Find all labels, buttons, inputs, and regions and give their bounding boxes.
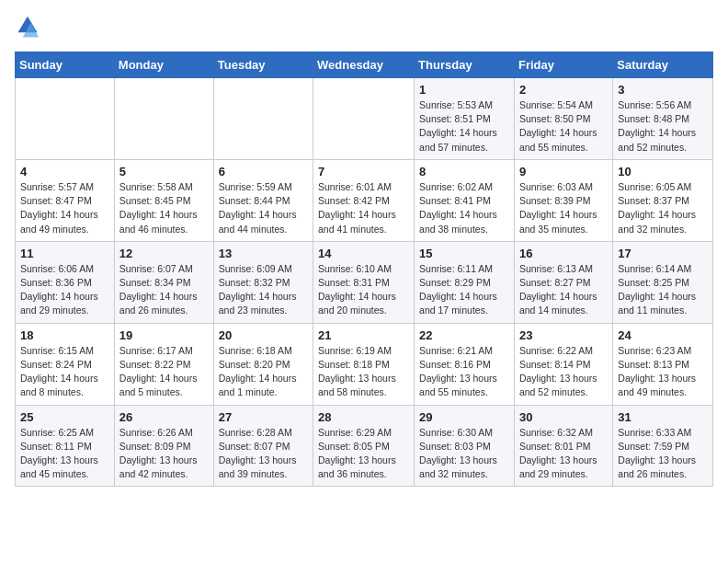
weekday-header-monday: Monday — [114, 52, 213, 78]
day-number: 13 — [219, 247, 308, 260]
day-info: Sunrise: 6:11 AM Sunset: 8:29 PM Dayligh… — [419, 262, 509, 318]
day-info: Sunrise: 6:13 AM Sunset: 8:27 PM Dayligh… — [519, 262, 608, 318]
day-info: Sunrise: 6:30 AM Sunset: 8:03 PM Dayligh… — [419, 426, 509, 482]
day-info: Sunrise: 5:54 AM Sunset: 8:50 PM Dayligh… — [519, 98, 608, 155]
calendar-cell: 13Sunrise: 6:09 AM Sunset: 8:32 PM Dayli… — [213, 241, 313, 323]
calendar-cell: 21Sunrise: 6:19 AM Sunset: 8:18 PM Dayli… — [313, 323, 415, 405]
day-number: 17 — [618, 247, 708, 260]
day-number: 28 — [318, 410, 409, 424]
calendar-cell — [313, 78, 415, 160]
calendar-week-1: 1Sunrise: 5:53 AM Sunset: 8:51 PM Daylig… — [16, 78, 713, 160]
calendar-cell: 12Sunrise: 6:07 AM Sunset: 8:34 PM Dayli… — [114, 241, 213, 323]
day-number: 24 — [618, 328, 708, 342]
calendar-cell: 16Sunrise: 6:13 AM Sunset: 8:27 PM Dayli… — [514, 241, 612, 323]
day-info: Sunrise: 6:23 AM Sunset: 8:13 PM Dayligh… — [618, 344, 708, 400]
calendar-cell: 9Sunrise: 6:03 AM Sunset: 8:39 PM Daylig… — [514, 159, 612, 241]
day-number: 4 — [20, 165, 109, 178]
day-number: 3 — [618, 83, 708, 97]
day-info: Sunrise: 6:14 AM Sunset: 8:25 PM Dayligh… — [618, 262, 708, 318]
calendar-cell: 29Sunrise: 6:30 AM Sunset: 8:03 PM Dayli… — [415, 405, 515, 487]
calendar-header: SundayMondayTuesdayWednesdayThursdayFrid… — [16, 52, 713, 78]
day-info: Sunrise: 6:25 AM Sunset: 8:11 PM Dayligh… — [20, 426, 109, 482]
day-info: Sunrise: 5:56 AM Sunset: 8:48 PM Dayligh… — [618, 98, 708, 155]
logo — [15, 15, 44, 40]
calendar-cell: 15Sunrise: 6:11 AM Sunset: 8:29 PM Dayli… — [415, 241, 515, 323]
calendar-week-4: 18Sunrise: 6:15 AM Sunset: 8:24 PM Dayli… — [16, 323, 713, 405]
day-number: 21 — [318, 328, 409, 342]
day-info: Sunrise: 6:01 AM Sunset: 8:42 PM Dayligh… — [318, 180, 409, 236]
day-number: 15 — [419, 247, 509, 260]
calendar-cell: 24Sunrise: 6:23 AM Sunset: 8:13 PM Dayli… — [613, 323, 713, 405]
day-number: 14 — [318, 247, 409, 260]
calendar-cell: 18Sunrise: 6:15 AM Sunset: 8:24 PM Dayli… — [16, 323, 115, 405]
weekday-header-thursday: Thursday — [415, 52, 515, 78]
day-info: Sunrise: 6:19 AM Sunset: 8:18 PM Dayligh… — [318, 344, 409, 400]
calendar-cell — [16, 78, 115, 160]
day-number: 20 — [219, 328, 308, 342]
day-number: 5 — [119, 165, 209, 178]
weekday-header-wednesday: Wednesday — [313, 52, 415, 78]
calendar-cell: 10Sunrise: 6:05 AM Sunset: 8:37 PM Dayli… — [613, 159, 713, 241]
weekday-header-saturday: Saturday — [613, 52, 713, 78]
calendar-cell: 17Sunrise: 6:14 AM Sunset: 8:25 PM Dayli… — [613, 241, 713, 323]
day-info: Sunrise: 6:26 AM Sunset: 8:09 PM Dayligh… — [119, 426, 209, 482]
day-number: 30 — [519, 410, 608, 424]
page-header — [15, 15, 713, 40]
day-info: Sunrise: 5:58 AM Sunset: 8:45 PM Dayligh… — [119, 180, 209, 236]
calendar-cell: 2Sunrise: 5:54 AM Sunset: 8:50 PM Daylig… — [514, 78, 612, 160]
day-number: 18 — [20, 328, 109, 342]
logo-icon — [15, 15, 40, 40]
day-number: 29 — [419, 410, 509, 424]
day-info: Sunrise: 6:07 AM Sunset: 8:34 PM Dayligh… — [119, 262, 209, 318]
day-number: 22 — [419, 328, 509, 342]
weekday-header-tuesday: Tuesday — [213, 52, 313, 78]
calendar-cell: 22Sunrise: 6:21 AM Sunset: 8:16 PM Dayli… — [415, 323, 515, 405]
day-number: 6 — [219, 165, 308, 178]
calendar-cell: 7Sunrise: 6:01 AM Sunset: 8:42 PM Daylig… — [313, 159, 415, 241]
day-info: Sunrise: 6:10 AM Sunset: 8:31 PM Dayligh… — [318, 262, 409, 318]
day-info: Sunrise: 6:28 AM Sunset: 8:07 PM Dayligh… — [219, 426, 308, 482]
calendar-cell: 14Sunrise: 6:10 AM Sunset: 8:31 PM Dayli… — [313, 241, 415, 323]
day-number: 7 — [318, 165, 409, 178]
day-number: 31 — [618, 410, 708, 424]
weekday-header-row: SundayMondayTuesdayWednesdayThursdayFrid… — [16, 52, 713, 78]
calendar-cell: 30Sunrise: 6:32 AM Sunset: 8:01 PM Dayli… — [514, 405, 612, 487]
day-info: Sunrise: 6:03 AM Sunset: 8:39 PM Dayligh… — [519, 180, 608, 236]
day-info: Sunrise: 6:02 AM Sunset: 8:41 PM Dayligh… — [419, 180, 509, 236]
day-number: 2 — [519, 83, 608, 97]
day-number: 8 — [419, 165, 509, 178]
day-info: Sunrise: 6:09 AM Sunset: 8:32 PM Dayligh… — [219, 262, 308, 318]
day-info: Sunrise: 6:18 AM Sunset: 8:20 PM Dayligh… — [219, 344, 308, 400]
calendar-cell: 6Sunrise: 5:59 AM Sunset: 8:44 PM Daylig… — [213, 159, 313, 241]
calendar-cell: 31Sunrise: 6:33 AM Sunset: 7:59 PM Dayli… — [613, 405, 713, 487]
calendar-week-5: 25Sunrise: 6:25 AM Sunset: 8:11 PM Dayli… — [16, 405, 713, 487]
day-info: Sunrise: 6:05 AM Sunset: 8:37 PM Dayligh… — [618, 180, 708, 236]
calendar-cell: 28Sunrise: 6:29 AM Sunset: 8:05 PM Dayli… — [313, 405, 415, 487]
day-info: Sunrise: 5:59 AM Sunset: 8:44 PM Dayligh… — [219, 180, 308, 236]
calendar-cell: 8Sunrise: 6:02 AM Sunset: 8:41 PM Daylig… — [415, 159, 515, 241]
day-number: 10 — [618, 165, 708, 178]
calendar-body: 1Sunrise: 5:53 AM Sunset: 8:51 PM Daylig… — [16, 78, 713, 487]
calendar-cell: 3Sunrise: 5:56 AM Sunset: 8:48 PM Daylig… — [613, 78, 713, 160]
day-info: Sunrise: 6:06 AM Sunset: 8:36 PM Dayligh… — [20, 262, 109, 318]
day-number: 11 — [20, 247, 109, 260]
calendar-table: SundayMondayTuesdayWednesdayThursdayFrid… — [15, 52, 713, 487]
day-number: 27 — [219, 410, 308, 424]
calendar-cell — [114, 78, 213, 160]
weekday-header-sunday: Sunday — [16, 52, 115, 78]
weekday-header-friday: Friday — [514, 52, 612, 78]
day-number: 12 — [119, 247, 209, 260]
day-info: Sunrise: 5:57 AM Sunset: 8:47 PM Dayligh… — [20, 180, 109, 236]
day-info: Sunrise: 6:33 AM Sunset: 7:59 PM Dayligh… — [618, 426, 708, 482]
calendar-cell: 1Sunrise: 5:53 AM Sunset: 8:51 PM Daylig… — [415, 78, 515, 160]
calendar-cell: 27Sunrise: 6:28 AM Sunset: 8:07 PM Dayli… — [213, 405, 313, 487]
day-number: 1 — [419, 83, 509, 97]
day-info: Sunrise: 6:17 AM Sunset: 8:22 PM Dayligh… — [119, 344, 209, 400]
day-info: Sunrise: 6:29 AM Sunset: 8:05 PM Dayligh… — [318, 426, 409, 482]
calendar-cell: 5Sunrise: 5:58 AM Sunset: 8:45 PM Daylig… — [114, 159, 213, 241]
day-info: Sunrise: 6:22 AM Sunset: 8:14 PM Dayligh… — [519, 344, 608, 400]
calendar-cell: 23Sunrise: 6:22 AM Sunset: 8:14 PM Dayli… — [514, 323, 612, 405]
day-number: 9 — [519, 165, 608, 178]
calendar-cell: 19Sunrise: 6:17 AM Sunset: 8:22 PM Dayli… — [114, 323, 213, 405]
day-number: 23 — [519, 328, 608, 342]
